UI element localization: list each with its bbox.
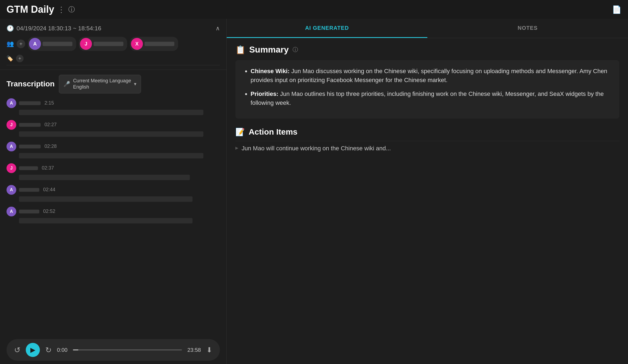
message-header: J 02:37: [7, 163, 220, 173]
message-item: A 2:15: [7, 98, 220, 115]
progress-bar[interactable]: [73, 349, 182, 350]
docs-icon[interactable]: 📄: [612, 5, 621, 14]
summary-item-1: Chinese Wiki: Jun Mao discusses working …: [251, 67, 611, 84]
message-header: J 02:27: [7, 120, 220, 130]
add-tag-button[interactable]: +: [16, 55, 24, 62]
message-header: A 02:52: [7, 207, 220, 216]
participant-chip-x: X: [130, 37, 178, 51]
tag-icon: 🏷️: [7, 55, 13, 62]
language-label: Current Meeting Language: [73, 78, 131, 83]
action-bullet: ▸: [235, 144, 238, 151]
collapse-button[interactable]: ∧: [216, 25, 220, 32]
action-items-header: 📝 Action Items: [235, 127, 619, 136]
avatar-a: A: [29, 38, 41, 50]
rewind-button[interactable]: ↺: [14, 346, 20, 355]
msg-time: 02:27: [44, 122, 57, 128]
summary-box: Chinese Wiki: Jun Mao discusses working …: [235, 60, 619, 119]
msg-avatar-j: J: [7, 163, 16, 173]
more-icon[interactable]: ⋮: [57, 5, 65, 14]
action-items-title: Action Items: [249, 127, 297, 136]
msg-text-bar: [19, 175, 190, 180]
msg-name-bar: [19, 101, 41, 105]
summary-header: 📋 Summary ⓘ: [235, 45, 619, 55]
clock-icon: 🕐: [7, 25, 14, 32]
right-panel: AI GENERATED NOTES 📋 Summary ⓘ Chinese W…: [227, 19, 628, 364]
total-time: 23:58: [187, 347, 201, 353]
people-icon: 👥: [7, 40, 14, 47]
msg-time: 2:15: [44, 100, 54, 106]
main-layout: 🕐 04/19/2024 18:30:13 ~ 18:54:16 ∧ 👥 + A…: [0, 19, 628, 364]
msg-name-bar: [19, 166, 38, 170]
summary-icon: 📋: [235, 45, 245, 54]
message-item: J 02:37: [7, 163, 220, 180]
summary-item-2: Priorities: Jun Mao outlines his top thr…: [251, 89, 611, 107]
language-value: English: [73, 84, 89, 90]
fast-forward-button[interactable]: ↻: [45, 346, 52, 355]
time-row: 🕐 04/19/2024 18:30:13 ~ 18:54:16 ∧: [7, 22, 220, 35]
action-items-icon: 📝: [235, 128, 245, 136]
top-header: GTM Daily ⋮ ⓘ 📄: [0, 0, 628, 19]
summary-item-2-body: Jun Mao outlines his top three prioritie…: [251, 90, 604, 106]
message-item: J 02:27: [7, 120, 220, 137]
play-button[interactable]: ▶: [26, 343, 40, 357]
time-info: 🕐 04/19/2024 18:30:13 ~ 18:54:16: [7, 25, 101, 32]
participant-name-x: [145, 42, 174, 46]
msg-time: 02:52: [43, 209, 55, 214]
msg-avatar-a: A: [7, 207, 16, 216]
participants-row: 👥 + A J X: [7, 35, 220, 53]
msg-avatar-a: A: [7, 142, 16, 151]
download-button[interactable]: ⬇: [206, 346, 212, 354]
header-left: GTM Daily ⋮ ⓘ: [7, 4, 75, 15]
tab-ai-generated[interactable]: AI GENERATED: [227, 19, 427, 38]
app-title: GTM Daily: [7, 4, 54, 15]
participant-chip-j: J: [79, 37, 127, 51]
tags-row: 🏷️ +: [7, 53, 220, 64]
msg-text-bar: [19, 218, 193, 223]
msg-text-bar: [19, 110, 203, 115]
language-text: Current Meeting Language English: [73, 78, 131, 90]
tab-notes[interactable]: NOTES: [427, 19, 628, 38]
summary-item-1-heading: Chinese Wiki:: [251, 68, 290, 74]
msg-time: 02:28: [44, 144, 57, 149]
add-participant-button[interactable]: +: [17, 40, 25, 48]
info-icon[interactable]: ⓘ: [68, 5, 75, 14]
message-header: A 02:44: [7, 185, 220, 195]
chevron-down-icon: ▾: [134, 81, 136, 87]
divider: [7, 65, 220, 65]
message-item: A 02:52: [7, 207, 220, 223]
play-icon: ▶: [30, 346, 35, 354]
language-dropdown[interactable]: 🎤 Current Meeting Language English ▾: [59, 75, 141, 93]
msg-name-bar: [19, 145, 41, 148]
current-time: 0:00: [57, 347, 68, 353]
avatar-j: J: [80, 38, 92, 50]
msg-time: 02:44: [43, 187, 55, 193]
msg-avatar-a: A: [7, 98, 16, 108]
msg-text-bar: [19, 153, 203, 158]
transcription-title: Transcription: [7, 80, 55, 88]
msg-time: 02:37: [42, 165, 54, 171]
right-content[interactable]: 📋 Summary ⓘ Chinese Wiki: Jun Mao discus…: [227, 38, 628, 364]
message-item: A 02:28: [7, 142, 220, 158]
msg-text-bar: [19, 196, 193, 202]
transcript-scroll[interactable]: A 2:15 J 02:27 A 02: [0, 96, 226, 336]
action-item-1: ▸ Jun Mao will continue working on the C…: [235, 141, 619, 155]
meta-section: 🕐 04/19/2024 18:30:13 ~ 18:54:16 ∧ 👥 + A…: [0, 19, 226, 70]
message-header: A 2:15: [7, 98, 220, 108]
summary-info-icon: ⓘ: [293, 46, 298, 53]
msg-avatar-j: J: [7, 120, 16, 130]
transcription-header: Transcription 🎤 Current Meeting Language…: [0, 70, 226, 96]
participant-name-a: [43, 42, 72, 46]
msg-avatar-a: A: [7, 185, 16, 195]
audio-player: ↺ ▶ ↻ 0:00 23:58 ⬇: [7, 339, 220, 361]
msg-name-bar: [19, 210, 39, 213]
msg-name-bar: [19, 188, 39, 192]
time-range: 04/19/2024 18:30:13 ~ 18:54:16: [17, 25, 101, 32]
mic-icon: 🎤: [63, 81, 70, 87]
message-header: A 02:28: [7, 142, 220, 151]
summary-list: Chinese Wiki: Jun Mao discusses working …: [244, 67, 611, 107]
left-panel: 🕐 04/19/2024 18:30:13 ~ 18:54:16 ∧ 👥 + A…: [0, 19, 227, 364]
participant-chip-a: A: [28, 37, 76, 51]
msg-text-bar: [19, 131, 203, 137]
summary-item-2-heading: Priorities:: [251, 90, 278, 97]
summary-item-1-body: Jun Mao discusses working on the Chinese…: [251, 68, 607, 83]
